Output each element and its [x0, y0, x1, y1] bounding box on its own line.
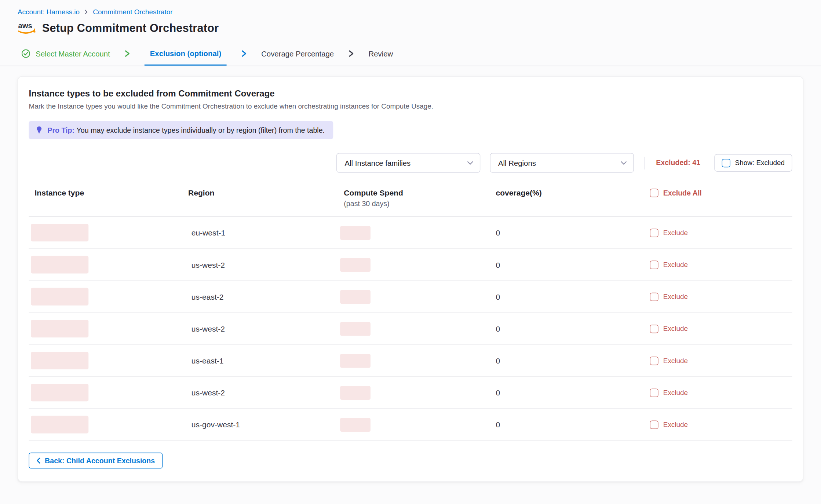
compute-spend-cell: [338, 290, 490, 304]
chevron-left-icon: [36, 457, 41, 464]
filter-row: All Instance families All Regions Exclud…: [29, 153, 792, 173]
card-subheading: Mark the Instance types you would like t…: [29, 102, 792, 110]
exclude-control[interactable]: Exclude: [645, 420, 792, 429]
title-bar: aws Setup Commitment Orchestrator: [0, 16, 821, 35]
regions-dropdown[interactable]: All Regions: [490, 153, 634, 173]
back-button-label: Back: Child Account Exclusions: [45, 457, 155, 465]
breadcrumb: Account: Harness.io Commitment Orchestra…: [0, 0, 821, 16]
redacted-compute-spend: [340, 258, 371, 272]
region-cell: us-west-2: [185, 324, 338, 333]
coverage-cell: 0: [490, 324, 645, 333]
table-row: eu-west-1 0 Exclude: [29, 217, 792, 249]
table-row: us-east-1 0 Exclude: [29, 345, 792, 377]
exclude-all-checkbox[interactable]: [650, 189, 658, 197]
pro-tip-text: Pro Tip: You may exclude instance types …: [47, 126, 325, 134]
vertical-divider: [645, 157, 645, 169]
redacted-compute-spend: [340, 386, 371, 399]
step-label: Select Master Account: [36, 49, 110, 58]
show-excluded-label: Show: Excluded: [735, 159, 785, 167]
step-exclusion[interactable]: Exclusion (optional): [145, 41, 226, 65]
table-row: us-gov-west-1 0 Exclude: [29, 409, 792, 441]
exclude-checkbox[interactable]: [650, 292, 658, 301]
breadcrumb-page-link[interactable]: Commitment Orchestrator: [93, 8, 172, 16]
compute-spend-cell: [338, 354, 490, 368]
exclude-label: Exclude: [663, 261, 688, 269]
compute-spend-cell: [338, 418, 490, 432]
instance-type-cell: [29, 288, 184, 306]
lightbulb-icon: [36, 126, 43, 134]
redacted-instance-type: [31, 256, 88, 274]
table-row: us-west-2 0 Exclude: [29, 249, 792, 281]
redacted-compute-spend: [340, 226, 371, 240]
exclude-checkbox[interactable]: [650, 260, 658, 269]
coverage-cell: 0: [490, 260, 645, 269]
chevron-right-icon: [124, 41, 131, 65]
instance-type-cell: [29, 416, 184, 433]
column-header-instance-type: Instance type: [29, 189, 184, 197]
show-excluded-toggle[interactable]: Show: Excluded: [714, 154, 792, 172]
instance-type-cell: [29, 224, 184, 241]
chevron-down-icon: [621, 161, 627, 165]
instance-type-cell: [29, 352, 184, 369]
exclude-label: Exclude: [663, 421, 688, 429]
pro-tip-label: Pro Tip:: [47, 126, 74, 134]
region-cell: us-east-1: [185, 356, 338, 365]
chevron-right-icon: [84, 10, 89, 14]
instance-type-cell: [29, 256, 184, 274]
coverage-cell: 0: [490, 292, 645, 301]
table-header: Instance type Region Compute Spend (past…: [29, 189, 792, 217]
step-select-master-account[interactable]: Select Master Account: [21, 41, 110, 65]
step-review[interactable]: Review: [369, 41, 393, 65]
chevron-right-icon: [241, 41, 248, 65]
page-title: Setup Commitment Orchestrator: [42, 22, 219, 35]
exclude-all-control[interactable]: Exclude All: [645, 189, 792, 197]
exclude-control[interactable]: Exclude: [645, 388, 792, 397]
show-excluded-checkbox[interactable]: [722, 158, 730, 167]
compute-spend-cell: [338, 258, 490, 272]
redacted-compute-spend: [340, 290, 371, 304]
column-header-compute-spend: Compute Spend (past 30 days): [338, 189, 490, 208]
instance-type-cell: [29, 384, 184, 401]
redacted-instance-type: [31, 384, 88, 401]
table-body: eu-west-1 0 Exclude us-west-2 0: [29, 217, 792, 441]
exclude-checkbox[interactable]: [650, 388, 658, 397]
redacted-instance-type: [31, 352, 88, 369]
exclude-label: Exclude: [663, 325, 688, 333]
exclusion-card: Instance types to be excluded from Commi…: [18, 76, 803, 482]
exclude-control[interactable]: Exclude: [645, 229, 792, 237]
redacted-instance-type: [31, 288, 88, 306]
exclude-control[interactable]: Exclude: [645, 292, 792, 301]
exclusion-table: Instance type Region Compute Spend (past…: [29, 189, 792, 441]
exclude-label: Exclude: [663, 229, 688, 237]
instance-families-dropdown[interactable]: All Instance families: [337, 153, 481, 173]
region-cell: us-gov-west-1: [185, 420, 338, 429]
coverage-cell: 0: [490, 420, 645, 429]
exclude-checkbox[interactable]: [650, 356, 658, 365]
exclude-control[interactable]: Exclude: [645, 356, 792, 365]
region-cell: eu-west-1: [185, 229, 338, 237]
compute-spend-cell: [338, 226, 490, 240]
column-header-compute-spend-sub: (past 30 days): [344, 200, 490, 208]
exclude-label: Exclude: [663, 293, 688, 301]
exclude-checkbox[interactable]: [650, 324, 658, 333]
instance-families-value: All Instance families: [344, 158, 410, 167]
redacted-instance-type: [31, 320, 88, 337]
chevron-right-icon: [348, 41, 355, 65]
check-circle-icon: [21, 49, 30, 58]
step-label: Coverage Percentage: [261, 49, 334, 58]
redacted-instance-type: [31, 416, 88, 433]
exclude-checkbox[interactable]: [650, 229, 658, 237]
exclude-control[interactable]: Exclude: [645, 260, 792, 269]
table-row: us-west-2 0 Exclude: [29, 313, 792, 345]
chevron-down-icon: [467, 161, 474, 165]
table-row: us-west-2 0 Exclude: [29, 377, 792, 409]
back-button[interactable]: Back: Child Account Exclusions: [29, 453, 162, 469]
breadcrumb-account-link[interactable]: Account: Harness.io: [18, 8, 80, 16]
redacted-compute-spend: [340, 354, 371, 368]
redacted-compute-spend: [340, 322, 371, 336]
coverage-cell: 0: [490, 356, 645, 365]
exclude-control[interactable]: Exclude: [645, 324, 792, 333]
step-coverage-percentage[interactable]: Coverage Percentage: [261, 41, 334, 65]
exclude-checkbox[interactable]: [650, 420, 658, 429]
excluded-count: Excluded: 41: [656, 159, 700, 167]
